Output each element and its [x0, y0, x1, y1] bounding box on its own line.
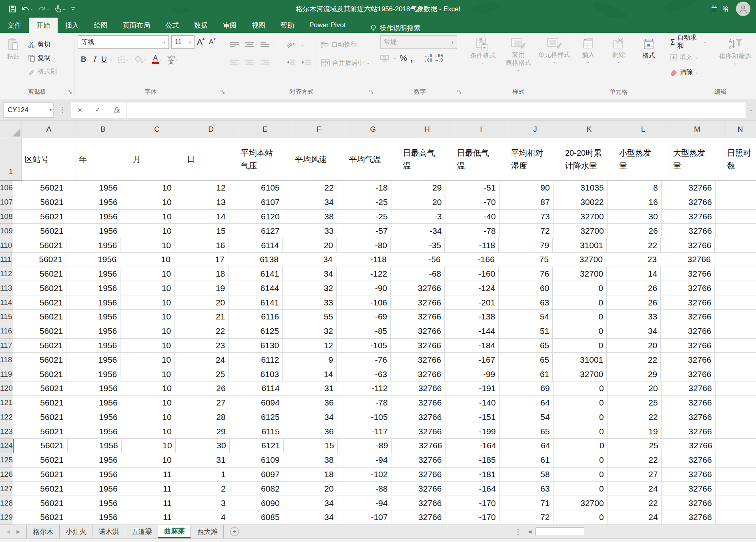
row-header[interactable]: 125 [0, 453, 13, 468]
tell-me-search[interactable]: 操作说明搜索 [370, 24, 421, 33]
column-header[interactable]: M [670, 121, 724, 138]
grid-cell[interactable]: 32766 [391, 310, 445, 324]
grid-cell[interactable]: -94 [337, 496, 391, 510]
column-header[interactable]: L [616, 121, 670, 138]
grid-cell[interactable]: -140 [445, 396, 499, 410]
grid-cell[interactable]: 32766 [661, 353, 715, 367]
row-header[interactable]: 121 [0, 396, 13, 410]
decrease-decimal-button[interactable]: .00→.0 [435, 54, 443, 62]
grid-cell[interactable]: -122 [337, 267, 391, 281]
grid-cell[interactable]: 32766 [662, 410, 716, 425]
font-size-select[interactable]: 11▾ [171, 35, 195, 49]
grid-cell[interactable]: 0 [553, 310, 607, 324]
grid-cell[interactable]: -151 [445, 410, 499, 425]
ribbon-tab[interactable]: 帮助 [273, 18, 302, 33]
grid-cell[interactable]: -85 [337, 324, 391, 339]
grid-cell[interactable]: 24 [608, 510, 662, 525]
grid-cell[interactable]: -105 [337, 410, 391, 425]
grid-cell[interactable]: 34 [283, 267, 337, 281]
grid-cell[interactable]: 31 [175, 453, 229, 468]
grid-cell[interactable]: -170 [445, 510, 499, 525]
grid-cell[interactable]: 32700 [553, 267, 607, 281]
grid-cell[interactable]: 10 [120, 267, 174, 281]
grid-cell[interactable]: -201 [445, 295, 499, 310]
grid-cell[interactable]: 平均风速 [292, 138, 346, 181]
grid-cell[interactable]: 54 [499, 310, 553, 324]
grid-cell[interactable] [715, 310, 756, 324]
grid-cell[interactable]: 32700 [553, 496, 608, 510]
grid-cell[interactable]: 22 [607, 353, 661, 367]
grid-cell[interactable]: -80 [337, 238, 391, 253]
grid-cell[interactable]: 32766 [662, 453, 716, 468]
grid-cell[interactable] [715, 238, 756, 253]
grid-cell[interactable]: 0 [553, 324, 607, 339]
row-header[interactable]: 106 [0, 181, 13, 195]
grid-cell[interactable] [715, 339, 756, 353]
align-left-icon[interactable] [230, 59, 239, 65]
grid-cell[interactable]: 6121 [230, 439, 284, 453]
grid-cell[interactable] [716, 181, 756, 195]
dialog-launcher-icon[interactable] [457, 88, 462, 96]
row-header[interactable]: 115 [0, 310, 12, 324]
fill-button[interactable]: 填充 ⌄ [668, 50, 708, 64]
grid-cell[interactable]: 56021 [12, 295, 66, 310]
align-bottom-icon[interactable] [260, 42, 270, 48]
row-header[interactable]: 118 [0, 353, 12, 367]
grid-cell[interactable]: 32766 [392, 439, 446, 453]
grid-cell[interactable] [716, 396, 756, 410]
grid-cell[interactable]: -35 [391, 238, 445, 253]
grid-cell[interactable]: 1956 [67, 453, 121, 468]
grid-cell[interactable]: 10 [121, 210, 175, 224]
grid-cell[interactable]: 32766 [391, 353, 445, 367]
undo-button[interactable]: ⌄ [20, 4, 35, 14]
ribbon-tab[interactable]: 绘图 [86, 18, 115, 33]
grid-cell[interactable]: 10 [120, 353, 174, 367]
grid-cell[interactable]: 0 [553, 281, 607, 295]
grid-cell[interactable] [715, 367, 756, 381]
grid-cell[interactable] [716, 424, 756, 439]
grid-cell[interactable]: -57 [337, 224, 391, 238]
grid-cell[interactable]: -40 [445, 210, 499, 224]
grid-cell[interactable]: 72 [499, 224, 553, 238]
grid-cell[interactable]: 1956 [67, 410, 121, 425]
ribbon-tab[interactable]: 页面布局 [115, 18, 158, 33]
grid-cell[interactable]: 64 [499, 396, 553, 410]
grid-cell[interactable]: 32766 [662, 439, 716, 453]
row-header[interactable]: 116 [0, 324, 12, 339]
grid-cell[interactable]: 32766 [662, 224, 716, 238]
grid-cell[interactable]: 1956 [67, 381, 121, 396]
grid-cell[interactable] [716, 468, 756, 482]
grid-cell[interactable]: 14 [283, 367, 337, 381]
grid-cell[interactable]: 10 [120, 310, 174, 324]
grid-cell[interactable]: -112 [337, 381, 391, 396]
comma-style-button[interactable]: , [410, 52, 413, 64]
grid-cell[interactable]: 12 [283, 339, 337, 353]
grid-cell[interactable]: 16 [608, 195, 662, 210]
grid-cell[interactable]: -69 [337, 310, 391, 324]
row-header[interactable]: 120 [0, 381, 13, 396]
grid-cell[interactable]: 32766 [391, 468, 445, 482]
format-painter-button[interactable]: 格式刷 [26, 65, 58, 78]
grid-cell[interactable]: 1956 [66, 339, 120, 353]
grid-cell[interactable]: 6107 [229, 195, 283, 210]
grid-cell[interactable]: 31001 [553, 238, 607, 253]
ribbon-tab[interactable]: 审阅 [215, 18, 244, 33]
grid-cell[interactable]: 25 [174, 367, 229, 381]
grid-cell[interactable]: 10 [120, 339, 174, 353]
grid-cell[interactable]: 56021 [13, 181, 67, 195]
grid-cell[interactable]: 27 [175, 396, 229, 410]
row-header[interactable]: 113 [0, 281, 12, 295]
copy-button[interactable]: 复制 ⌄ [26, 51, 58, 65]
grid-cell[interactable]: -164 [445, 482, 499, 496]
grid-cell[interactable]: 23 [606, 253, 660, 267]
grid-cell[interactable]: 0 [553, 453, 608, 468]
grid-cell[interactable] [716, 410, 756, 425]
column-header[interactable]: D [184, 121, 238, 138]
grid-cell[interactable]: 32766 [661, 324, 715, 339]
grid-cell[interactable]: 1956 [66, 353, 120, 367]
grid-cell[interactable]: 6114 [229, 381, 283, 396]
column-header[interactable]: H [400, 121, 454, 138]
grid-cell[interactable]: 25 [608, 439, 662, 453]
grid-cell[interactable]: 32766 [661, 367, 715, 381]
grid-cell[interactable]: 65 [499, 353, 553, 367]
